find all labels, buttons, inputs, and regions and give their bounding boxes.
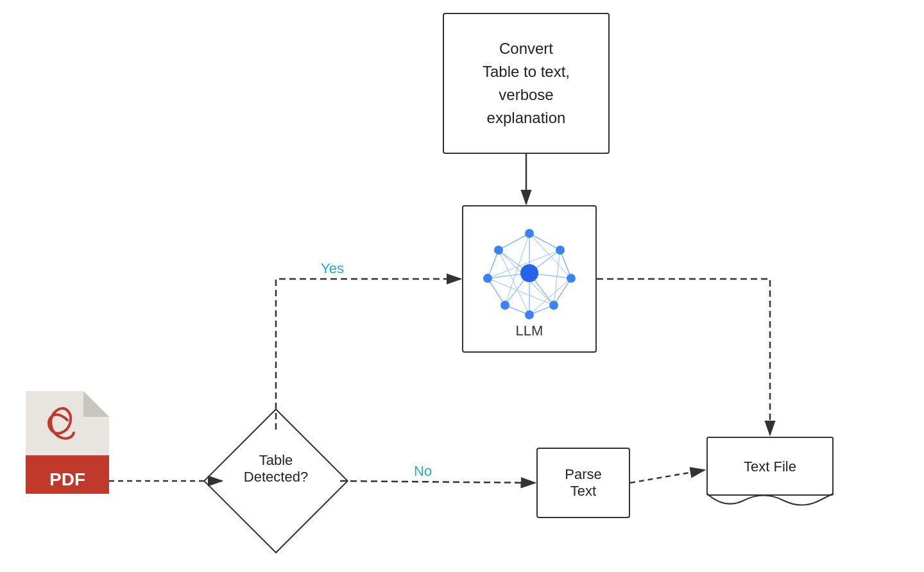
svg-point-27 xyxy=(549,301,558,310)
llm-box: LLM xyxy=(462,205,597,353)
pdf-icon: PDF xyxy=(26,391,109,494)
svg-point-25 xyxy=(556,246,565,255)
svg-text:Text File: Text File xyxy=(744,458,796,475)
svg-line-47 xyxy=(630,470,705,483)
svg-line-18 xyxy=(529,278,571,315)
parse-text-box: Parse Text xyxy=(536,448,630,518)
svg-line-13 xyxy=(488,278,505,305)
svg-point-31 xyxy=(494,246,503,255)
svg-text:PDF: PDF xyxy=(49,469,85,489)
svg-point-28 xyxy=(525,310,534,319)
table-detected-diamond: TableDetected? xyxy=(212,430,340,532)
llm-label: LLM xyxy=(516,323,543,339)
convert-table-label: Convert Table to text, verbose explanati… xyxy=(483,37,570,130)
svg-line-45 xyxy=(340,481,535,483)
svg-point-30 xyxy=(483,274,492,283)
text-file-box: Text File xyxy=(706,436,834,507)
parse-text-label: Parse Text xyxy=(565,466,601,500)
llm-network-icon xyxy=(478,219,581,321)
svg-line-8 xyxy=(529,233,560,250)
svg-point-24 xyxy=(525,229,534,238)
svg-point-26 xyxy=(567,274,576,283)
convert-table-box: Convert Table to text, verbose explanati… xyxy=(443,13,610,154)
svg-point-29 xyxy=(501,301,509,310)
svg-marker-36 xyxy=(83,391,109,417)
svg-line-14 xyxy=(488,250,499,278)
svg-text:Yes: Yes xyxy=(321,260,344,276)
svg-line-9 xyxy=(560,250,571,278)
svg-text:No: No xyxy=(414,463,432,479)
svg-point-32 xyxy=(520,264,538,282)
